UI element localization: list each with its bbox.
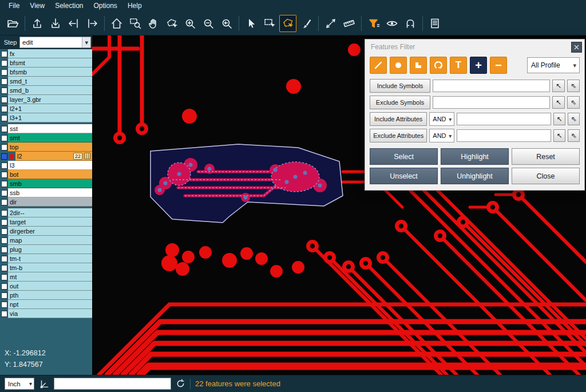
ruler-icon[interactable] (340, 15, 358, 32)
close-icon[interactable] (571, 42, 582, 53)
notes-icon[interactable] (426, 15, 444, 32)
layer-row-map[interactable]: map (0, 236, 92, 245)
exclude-attributes-input[interactable] (457, 129, 551, 142)
layer-checkbox[interactable] (0, 77, 8, 86)
next-step-icon[interactable] (84, 15, 101, 32)
highlight-button[interactable]: Highlight (441, 148, 509, 165)
unselect-button[interactable]: Unselect (370, 168, 438, 184)
pick-arrow-icon[interactable]: ↖ (553, 113, 565, 125)
exclude-symbols-input[interactable] (433, 96, 550, 109)
layer-row-top[interactable]: top (0, 142, 92, 152)
layer-row-sst[interactable]: sst (0, 124, 92, 133)
measure-distance-icon[interactable] (322, 15, 339, 32)
layer-checkbox[interactable] (0, 161, 8, 170)
layer-row-dir[interactable]: dir (0, 197, 92, 207)
layer-row-l2+1[interactable]: l2+1 (0, 104, 92, 113)
layer-row-l3+1[interactable]: l3+1 (0, 113, 92, 122)
layer-row-bfsmt[interactable]: bfsmt (0, 58, 92, 68)
layer-row-bfsmb[interactable]: bfsmb (0, 68, 92, 77)
include-symbols-button[interactable]: Include Symbols (370, 79, 430, 93)
layer-checkbox[interactable] (0, 170, 8, 179)
datum-corner-icon[interactable] (39, 379, 49, 389)
layer-checkbox[interactable] (0, 309, 8, 318)
layer-checkbox[interactable] (0, 291, 8, 300)
layer-row-smt[interactable]: smt (0, 133, 92, 142)
exclude-attributes-button[interactable]: Exclude Attributes (370, 129, 427, 142)
include-attributes-button[interactable]: Include Attributes (370, 112, 427, 126)
command-input[interactable] (54, 378, 171, 390)
layer-row-2dir--[interactable]: 2dir-- (0, 208, 92, 217)
layer-row-smd_t[interactable]: smd_t (0, 77, 92, 86)
features-filter-icon[interactable] (365, 15, 382, 32)
layer-checkbox[interactable] (0, 86, 8, 95)
include-attributes-and-select[interactable]: AND (429, 112, 454, 126)
unit-select[interactable]: Inch (5, 378, 34, 390)
layer-checkbox[interactable] (0, 282, 8, 291)
layer-row-fx[interactable]: fx (0, 49, 92, 58)
unhighlight-button[interactable]: Unhighlight (441, 168, 509, 184)
layer-row-l3[interactable]: l3 (0, 161, 92, 170)
layer-checkbox[interactable] (0, 179, 8, 188)
layer-checkbox[interactable] (0, 197, 8, 207)
open-icon[interactable] (4, 15, 21, 32)
menu-item-options[interactable]: Options (89, 1, 122, 11)
feature-surface-button[interactable] (410, 57, 427, 74)
reset-button[interactable]: Reset (512, 148, 580, 165)
layer-checkbox[interactable] (0, 124, 8, 133)
zoom-window-icon[interactable] (126, 15, 144, 32)
feature-arc-button[interactable] (430, 57, 447, 74)
feature-text-button[interactable]: T (450, 57, 467, 74)
layer-checkbox[interactable] (0, 217, 8, 227)
selection-region[interactable] (151, 144, 343, 223)
layer-row-bot[interactable]: bot (0, 170, 92, 179)
feature-line-button[interactable] (370, 57, 387, 74)
pan-icon[interactable] (145, 15, 162, 32)
layer-row-dirgerber[interactable]: dirgerber (0, 227, 92, 236)
layer-checkbox[interactable] (0, 263, 8, 272)
brush-apply-icon[interactable] (298, 15, 315, 32)
prev-step-icon[interactable] (65, 15, 82, 32)
layer-row-smd_b[interactable]: smd_b (0, 86, 92, 95)
layer-checkbox[interactable] (0, 104, 8, 113)
feature-pad-button[interactable] (390, 57, 407, 74)
layer-visibility-icon[interactable] (383, 15, 401, 32)
home-view-icon[interactable] (108, 15, 125, 32)
step-select[interactable]: edit (19, 37, 91, 48)
zoom-previous-icon[interactable] (218, 15, 235, 32)
layer-checkbox[interactable] (0, 95, 8, 104)
close-button[interactable]: Close (512, 168, 580, 184)
pick-arrow-alt-icon[interactable]: ⇖ (567, 80, 580, 92)
select-button[interactable]: Select (370, 148, 438, 165)
menu-item-view[interactable]: View (25, 1, 50, 11)
zoom-out-icon[interactable] (200, 15, 217, 32)
layer-checkbox[interactable] (0, 254, 8, 263)
layer-checkbox[interactable] (0, 133, 8, 142)
layer-row-npt[interactable]: npt (0, 300, 92, 309)
layer-row-mt[interactable]: mt (0, 272, 92, 282)
layer-checkbox[interactable] (0, 58, 8, 68)
layer-checkbox[interactable] (0, 245, 8, 254)
layer-row-tm-b[interactable]: tm-b (0, 263, 92, 272)
menu-item-help[interactable]: Help (122, 1, 147, 11)
layer-checkbox[interactable] (0, 113, 8, 122)
layer-checkbox[interactable] (0, 300, 8, 309)
layer-checkbox[interactable] (0, 236, 8, 245)
polarity-negative-button[interactable]: − (490, 57, 507, 74)
layer-checkbox[interactable] (0, 49, 8, 58)
export-step-icon[interactable] (29, 15, 46, 32)
layer-checkbox[interactable] (0, 208, 8, 217)
lasso-zoom-icon[interactable] (163, 15, 180, 32)
poly-select-icon[interactable] (279, 15, 296, 32)
layer-checkbox[interactable] (0, 152, 8, 161)
snap-icon[interactable] (402, 15, 419, 32)
zoom-in-icon[interactable] (181, 15, 199, 32)
menu-item-selection[interactable]: Selection (50, 1, 88, 11)
layer-row-l2[interactable]: l222 (0, 152, 92, 161)
rect-select-icon[interactable] (261, 15, 278, 32)
include-attributes-input[interactable] (457, 113, 551, 125)
layer-row-ssb[interactable]: ssb (0, 188, 92, 197)
layer-checkbox[interactable] (0, 227, 8, 236)
cursor-select-icon[interactable] (243, 15, 260, 32)
pick-arrow-alt-icon[interactable]: ⇖ (567, 96, 580, 109)
pick-arrow-icon[interactable]: ↖ (553, 129, 565, 142)
